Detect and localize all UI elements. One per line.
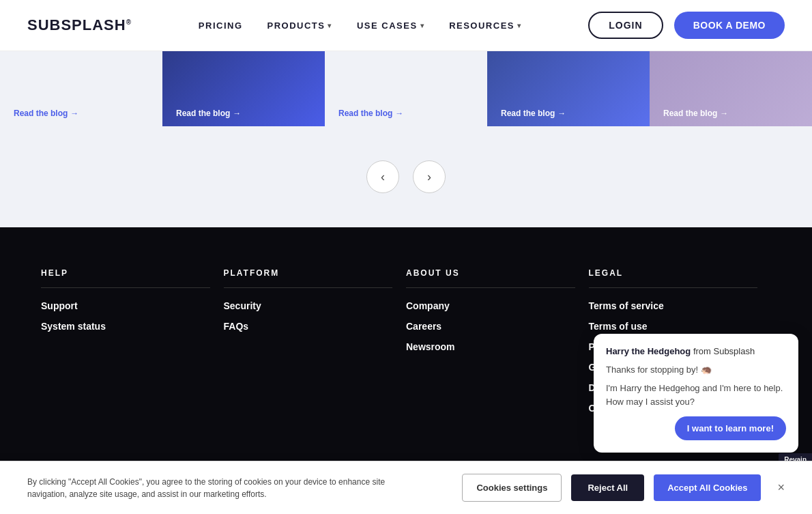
reject-all-button[interactable]: Reject All xyxy=(571,474,644,501)
footer-link-faqs[interactable]: FAQs xyxy=(224,321,393,332)
main-nav: PRICING PRODUCTS ▾ USE CASES ▾ RESOURCES… xyxy=(199,20,522,31)
blog-card-5: Read the blog → xyxy=(650,51,812,126)
chevron-down-icon: ▾ xyxy=(328,22,332,29)
chevron-left-icon: ‹ xyxy=(381,170,385,184)
read-blog-link-4[interactable]: Read the blog → xyxy=(501,109,566,118)
footer-col-platform: PLATFORM Security FAQs xyxy=(224,268,407,423)
nav-pricing[interactable]: PRICING xyxy=(199,20,243,31)
chat-cta-button[interactable]: I want to learn more! xyxy=(675,416,786,440)
cookie-close-button[interactable]: × xyxy=(777,481,785,495)
header: SUBSPLASH® PRICING PRODUCTS ▾ USE CASES … xyxy=(0,0,812,51)
read-blog-link-1[interactable]: Read the blog → xyxy=(14,109,78,118)
carousel-next-button[interactable]: › xyxy=(413,160,446,193)
read-blog-link-2[interactable]: Read the blog → xyxy=(176,109,241,118)
footer-link-terms-service[interactable]: Terms of service xyxy=(589,300,758,311)
chat-header: Harry the Hedgehog from Subsplash xyxy=(606,346,786,356)
blog-card-3: Read the blog → xyxy=(325,51,487,126)
header-actions: LOGIN BOOK A DEMO xyxy=(588,12,785,39)
read-blog-link-5[interactable]: Read the blog → xyxy=(663,109,728,118)
nav-use-cases[interactable]: USE CASES ▾ xyxy=(357,20,424,31)
login-button[interactable]: LOGIN xyxy=(588,12,663,39)
footer-heading-about: ABOUT US xyxy=(406,268,575,288)
nav-products[interactable]: PRODUCTS ▾ xyxy=(267,20,332,31)
blog-card-1: Read the blog → xyxy=(0,51,162,126)
book-demo-button[interactable]: BOOK A DEMO xyxy=(674,12,785,39)
blog-card-4: Read the blog → xyxy=(487,51,650,126)
chevron-down-icon: ▾ xyxy=(517,22,522,29)
cookies-settings-button[interactable]: Cookies settings xyxy=(462,474,562,502)
nav-resources[interactable]: RESOURCES ▾ xyxy=(449,20,521,31)
arrow-icon: → xyxy=(233,109,241,118)
arrow-icon: → xyxy=(70,109,78,118)
arrow-icon: → xyxy=(395,109,403,118)
footer-link-security[interactable]: Security xyxy=(224,300,393,311)
footer-heading-platform: PLATFORM xyxy=(224,268,393,288)
cookie-banner: By clicking "Accept All Cookies", you ag… xyxy=(0,461,812,514)
footer-heading-help: HELP xyxy=(41,268,210,288)
blog-card-2: Read the blog → xyxy=(162,51,325,126)
footer-col-about: ABOUT US Company Careers Newsroom xyxy=(406,268,589,423)
footer-link-system-status[interactable]: System status xyxy=(41,321,210,332)
cookie-text: By clicking "Accept All Cookies", you ag… xyxy=(27,476,409,500)
logo: SUBSPLASH® xyxy=(27,16,132,34)
carousel-controls: ‹ › xyxy=(0,140,812,227)
footer-link-support[interactable]: Support xyxy=(41,300,210,311)
carousel-prev-button[interactable]: ‹ xyxy=(366,160,399,193)
chat-body: Thanks for stopping by! 🦔 I'm Harry the … xyxy=(606,363,786,409)
arrow-icon: → xyxy=(557,109,566,118)
accept-all-cookies-button[interactable]: Accept All Cookies xyxy=(654,474,761,501)
footer-link-careers[interactable]: Careers xyxy=(406,321,575,332)
cookie-actions: Cookies settings Reject All Accept All C… xyxy=(462,474,785,502)
chat-widget: Harry the Hedgehog from Subsplash Thanks… xyxy=(594,334,798,453)
chevron-down-icon: ▾ xyxy=(420,22,425,29)
blog-strip: Read the blog → Read the blog → Read the… xyxy=(0,51,812,140)
footer-link-terms-use[interactable]: Terms of use xyxy=(589,321,758,332)
footer-heading-legal: LEGAL xyxy=(589,268,758,288)
chevron-right-icon: › xyxy=(427,170,431,184)
arrow-icon: → xyxy=(720,109,728,118)
read-blog-link-3[interactable]: Read the blog → xyxy=(338,109,403,118)
footer-link-newsroom[interactable]: Newsroom xyxy=(406,341,575,352)
footer-col-help: HELP Support System status xyxy=(41,268,224,423)
footer-link-company[interactable]: Company xyxy=(406,300,575,311)
